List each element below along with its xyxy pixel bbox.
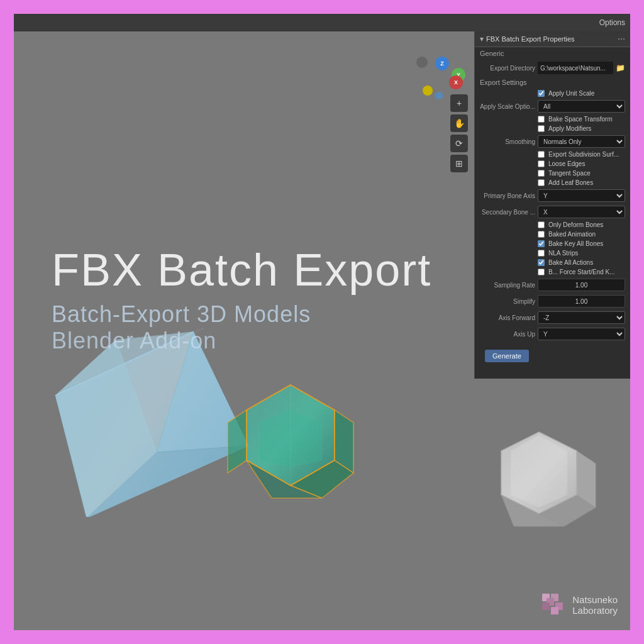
secondary-bone-label: Secondary Bone ... [480, 209, 535, 216]
generate-button[interactable]: Generate [485, 350, 529, 362]
logo-text: Natsuneko Laboratory [572, 594, 618, 616]
gizmo-dot-yellow [423, 86, 433, 96]
bake-key-all-bones-checkbox[interactable] [538, 240, 545, 247]
bake-all-actions-label: Bake All Actions [548, 259, 593, 266]
only-deform-bones-label: Only Deform Bones [548, 221, 603, 228]
tangent-space-checkbox[interactable] [538, 170, 545, 177]
main-frame: Options Z Y X + ✋ ⟳ ⊞ FBX Batc [14, 14, 630, 630]
export-subdivision-label: Export Subdivision Surf... [548, 151, 619, 158]
panel-options-icon[interactable]: ⋯ [618, 35, 625, 43]
apply-scale-options-label: Apply Scale Optio... [480, 103, 535, 110]
svg-marker-11 [228, 410, 247, 473]
apply-unit-scale-label: Apply Unit Scale [548, 90, 594, 97]
primary-bone-axis-row: Primary Bone Axis Y [475, 187, 630, 204]
sampling-rate-row: Sampling Rate [475, 277, 630, 293]
add-leaf-bones-row: Add Leaf Bones [475, 178, 630, 187]
export-directory-row: Export Directory 📁 [475, 60, 630, 76]
svg-marker-18 [511, 435, 567, 508]
sub-title: Batch-Export 3D Models [52, 301, 431, 328]
grid-tool[interactable]: ⊞ [450, 155, 468, 172]
secondary-bone-dropdown[interactable]: X [538, 206, 625, 218]
svg-rect-22 [542, 602, 550, 610]
nla-strips-checkbox[interactable] [538, 250, 545, 257]
logo-area: Natsuneko Laboratory [541, 592, 618, 618]
panel-title: FBX Batch Export Properties [486, 35, 618, 43]
folder-icon[interactable]: 📁 [616, 64, 625, 72]
bake-all-actions-row: Bake All Actions [475, 258, 630, 267]
force-start-end-label: B... Force Start/End K... [548, 269, 615, 275]
force-start-end-row: B... Force Start/End K... [475, 267, 630, 277]
panel-collapse-arrow[interactable]: ▾ [480, 35, 484, 43]
main-text-overlay: FBX Batch Export Batch-Export 3D Models … [52, 245, 431, 354]
gizmo-z[interactable]: Z [435, 57, 449, 70]
apply-scale-options-row: Apply Scale Optio... All [475, 98, 630, 114]
bake-space-transform-row: Bake Space Transform [475, 114, 630, 124]
apply-scale-options-dropdown[interactable]: All [538, 100, 625, 113]
bake-key-all-bones-row: Bake Key All Bones [475, 239, 630, 248]
panel-header: ▾ FBX Batch Export Properties ⋯ [475, 31, 630, 47]
axis-forward-row: Axis Forward -Z [475, 309, 630, 326]
sampling-rate-input[interactable] [538, 279, 625, 291]
export-directory-label: Export Directory [480, 65, 535, 72]
bake-key-all-bones-label: Bake Key All Bones [548, 240, 603, 247]
smoothing-label: Smoothing [480, 138, 535, 145]
axis-up-label: Axis Up [480, 331, 535, 338]
nla-strips-row: NLA Strips [475, 248, 630, 258]
add-leaf-bones-label: Add Leaf Bones [548, 179, 593, 186]
secondary-bone-row: Secondary Bone ... X [475, 204, 630, 220]
baked-animation-label: Baked Animation [548, 231, 596, 238]
axis-up-dropdown[interactable]: Y [538, 328, 625, 340]
tangent-space-label: Tangent Space [548, 170, 591, 177]
smoothing-dropdown[interactable]: Normals Only [538, 135, 625, 148]
axis-forward-dropdown[interactable]: -Z [538, 311, 625, 324]
simplify-input[interactable] [538, 295, 625, 308]
generic-section-label: Generic [475, 47, 630, 60]
loose-edges-label: Loose Edges [548, 160, 585, 167]
apply-unit-scale-row: Apply Unit Scale [475, 89, 630, 98]
tangent-space-row: Tangent Space [475, 169, 630, 178]
axis-forward-label: Axis Forward [480, 314, 535, 321]
natsuneko-icon [541, 592, 566, 618]
apply-modifiers-row: Apply Modifiers [475, 124, 630, 133]
rotate-tool[interactable]: ⟳ [450, 135, 468, 152]
add-tool[interactable]: + [450, 94, 468, 112]
sampling-rate-label: Sampling Rate [480, 282, 535, 289]
sub-title2: Blender Add-on [52, 328, 431, 354]
export-subdivision-checkbox[interactable] [538, 151, 545, 158]
baked-animation-checkbox[interactable] [538, 231, 545, 238]
right-panel: ▾ FBX Batch Export Properties ⋯ Generic … [474, 31, 630, 379]
primary-bone-axis-dropdown[interactable]: Y [538, 189, 625, 202]
baked-animation-row: Baked Animation [475, 230, 630, 239]
apply-modifiers-label: Apply Modifiers [548, 125, 591, 132]
nla-strips-label: NLA Strips [548, 250, 578, 257]
bake-space-transform-checkbox[interactable] [538, 116, 545, 123]
grab-tool[interactable]: ✋ [450, 114, 468, 132]
gem-teal [190, 366, 391, 542]
main-title: FBX Batch Export [52, 245, 431, 295]
svg-rect-24 [551, 607, 558, 614]
viewport-tools: + ✋ ⟳ ⊞ [450, 94, 468, 172]
simplify-row: Simplify [475, 293, 630, 309]
top-bar: Options [14, 14, 630, 31]
loose-edges-row: Loose Edges [475, 159, 630, 169]
export-subdivision-row: Export Subdivision Surf... [475, 150, 630, 159]
bake-space-transform-label: Bake Space Transform [548, 116, 613, 123]
export-directory-input[interactable] [538, 62, 613, 74]
gizmo-x[interactable]: X [449, 75, 463, 89]
export-settings-label: Export Settings [475, 76, 630, 89]
bake-all-actions-checkbox[interactable] [538, 259, 545, 266]
primary-bone-axis-label: Primary Bone Axis [480, 192, 535, 199]
generate-section: Generate [475, 342, 630, 370]
add-leaf-bones-checkbox[interactable] [538, 179, 545, 186]
smoothing-row: Smoothing Normals Only [475, 133, 630, 150]
gizmo-center [416, 57, 428, 68]
apply-modifiers-checkbox[interactable] [538, 125, 545, 132]
gem-white [460, 423, 618, 548]
force-start-end-checkbox[interactable] [538, 269, 545, 275]
only-deform-bones-checkbox[interactable] [538, 221, 545, 228]
only-deform-bones-row: Only Deform Bones [475, 220, 630, 230]
loose-edges-checkbox[interactable] [538, 160, 545, 167]
apply-unit-scale-checkbox[interactable] [538, 90, 545, 97]
simplify-label: Simplify [480, 298, 535, 305]
axis-up-row: Axis Up Y [475, 326, 630, 342]
